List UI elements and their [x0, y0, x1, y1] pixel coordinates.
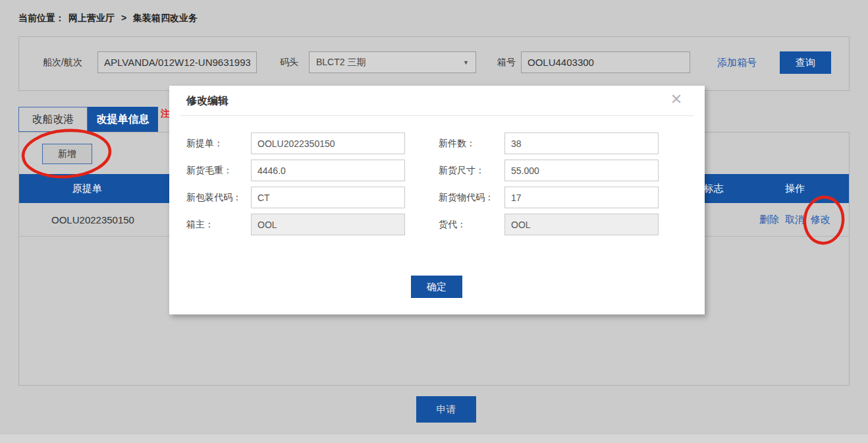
tab-change-vessel-port[interactable]: 改船改港 — [18, 107, 88, 132]
breadcrumb: 当前位置：网上营业厅 > 集装箱四改业务 — [18, 13, 202, 24]
delete-link[interactable]: 删除 — [759, 214, 779, 226]
new-bl-label: 新提单： — [186, 133, 223, 154]
row-actions: 删除 取消 修改 — [759, 203, 830, 237]
new-cargo-code-input[interactable] — [504, 187, 659, 208]
dock-select[interactable]: BLCT2 三期 ▼ — [309, 51, 476, 73]
breadcrumb-separator: > — [121, 13, 126, 23]
confirm-button[interactable]: 确定 — [411, 276, 462, 298]
forwarder-label: 货代： — [439, 214, 466, 235]
add-container-link[interactable]: 添加箱号 — [717, 57, 757, 69]
column-original-bl: 原提单 — [19, 174, 155, 203]
footer-strip — [0, 434, 868, 443]
container-no-input[interactable] — [521, 51, 690, 73]
original-bl-value: OOLU2022350150 — [40, 203, 146, 237]
new-pieces-input[interactable] — [504, 133, 659, 154]
modal-divider — [180, 115, 694, 116]
new-bl-input[interactable] — [251, 133, 405, 154]
new-pieces-label: 新件数： — [439, 133, 475, 154]
tab-change-bl-info[interactable]: 改提单信息 — [88, 107, 158, 132]
chevron-down-icon: ▼ — [463, 59, 469, 66]
breadcrumb-root[interactable]: 网上营业厅 — [68, 13, 115, 23]
container-no-label: 箱号 — [497, 51, 516, 73]
new-package-code-label: 新包装代码： — [186, 187, 242, 208]
close-icon[interactable]: ✕ — [666, 90, 686, 109]
new-gross-weight-input[interactable] — [251, 160, 405, 181]
new-gross-weight-label: 新货毛重： — [186, 160, 232, 181]
note-marker: 注 — [161, 108, 170, 120]
forwarder-input — [504, 214, 659, 235]
add-new-button[interactable]: 新增 — [42, 144, 92, 164]
new-cargo-code-label: 新货物代码： — [439, 187, 494, 208]
edit-modal: 修改编辑 ✕ 新提单： 新件数： 新货毛重： 新货尺寸： 新包装代码： 新货物代… — [169, 86, 705, 314]
new-package-code-input[interactable] — [251, 187, 405, 208]
apply-button[interactable]: 申请 — [416, 396, 476, 423]
modify-link[interactable]: 修改 — [811, 214, 830, 226]
vessel-voyage-label: 船次/航次 — [43, 51, 82, 73]
vessel-voyage-input[interactable] — [97, 51, 257, 73]
search-panel: 船次/航次 码头 BLCT2 三期 ▼ 箱号 添加箱号 查询 — [18, 36, 850, 91]
dock-label: 码头 — [280, 51, 298, 73]
breadcrumb-prefix: 当前位置： — [18, 13, 65, 23]
modal-title: 修改编辑 — [186, 94, 229, 108]
container-owner-input — [251, 214, 405, 235]
column-actions: 操作 — [775, 174, 815, 203]
new-cargo-size-label: 新货尺寸： — [439, 160, 485, 181]
query-button[interactable]: 查询 — [780, 51, 831, 74]
container-owner-label: 箱主： — [186, 214, 214, 235]
dock-select-value: BLCT2 三期 — [316, 57, 366, 69]
new-cargo-size-input[interactable] — [504, 160, 659, 181]
cancel-link[interactable]: 取消 — [785, 214, 805, 226]
breadcrumb-current: 集装箱四改业务 — [133, 13, 198, 23]
